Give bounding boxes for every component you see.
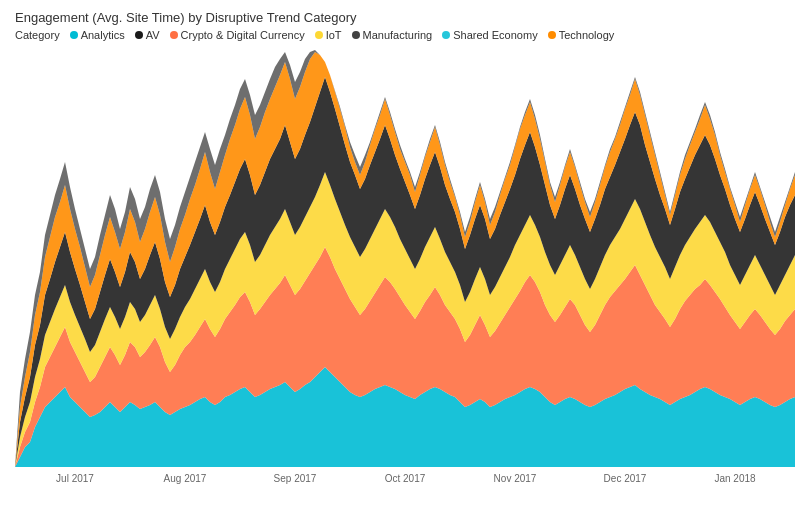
- iot-dot: [315, 31, 323, 39]
- analytics-label: Analytics: [81, 29, 125, 41]
- legend-item-shared-economy: Shared Economy: [442, 29, 537, 41]
- chart-title: Engagement (Avg. Site Time) by Disruptiv…: [10, 10, 790, 25]
- av-label: AV: [146, 29, 160, 41]
- legend-item-analytics: Analytics: [70, 29, 125, 41]
- chart-svg: Jul 2017 Aug 2017 Sep 2017 Oct 2017 Nov …: [15, 47, 795, 487]
- legend-item-technology: Technology: [548, 29, 615, 41]
- svg-text:Jan 2018: Jan 2018: [714, 473, 756, 484]
- technology-label: Technology: [559, 29, 615, 41]
- crypto-label: Crypto & Digital Currency: [181, 29, 305, 41]
- manufacturing-dot: [352, 31, 360, 39]
- shared-economy-label: Shared Economy: [453, 29, 537, 41]
- manufacturing-label: Manufacturing: [363, 29, 433, 41]
- svg-text:Aug 2017: Aug 2017: [164, 473, 207, 484]
- technology-dot: [548, 31, 556, 39]
- legend-item-crypto: Crypto & Digital Currency: [170, 29, 305, 41]
- av-dot: [135, 31, 143, 39]
- svg-text:Sep 2017: Sep 2017: [274, 473, 317, 484]
- svg-text:Oct 2017: Oct 2017: [385, 473, 426, 484]
- svg-text:Nov 2017: Nov 2017: [494, 473, 537, 484]
- category-label-text: Category: [15, 29, 60, 41]
- legend-item-av: AV: [135, 29, 160, 41]
- shared-economy-dot: [442, 31, 450, 39]
- iot-label: IoT: [326, 29, 342, 41]
- legend-item-manufacturing: Manufacturing: [352, 29, 433, 41]
- analytics-dot: [70, 31, 78, 39]
- svg-text:Dec 2017: Dec 2017: [604, 473, 647, 484]
- svg-text:Jul 2017: Jul 2017: [56, 473, 94, 484]
- crypto-dot: [170, 31, 178, 39]
- legend-item-iot: IoT: [315, 29, 342, 41]
- chart-container: Engagement (Avg. Site Time) by Disruptiv…: [0, 0, 800, 524]
- legend: Category Analytics AV Crypto & Digital C…: [10, 29, 790, 41]
- legend-category-label: Category: [15, 29, 60, 41]
